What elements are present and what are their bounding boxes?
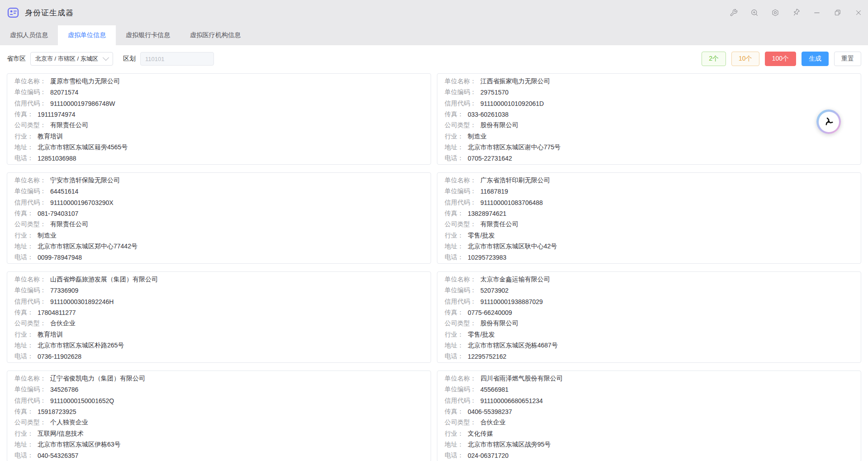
app-title: 身份证生成器 bbox=[25, 8, 74, 18]
maximize-icon[interactable] bbox=[833, 9, 842, 17]
field-row-fax: 传真：17804811277 bbox=[14, 307, 423, 318]
field-value: 77336909 bbox=[50, 287, 78, 294]
field-label: 行业： bbox=[14, 232, 33, 240]
unit-card: 单位名称：四川省雨泽燃气股份有限公司单位编码：45566981信用代码：9111… bbox=[437, 371, 861, 461]
field-row-type: 公司类型：股份有限公司 bbox=[445, 120, 854, 131]
field-value: 太京市金鑫运输有限公司 bbox=[480, 276, 550, 284]
field-label: 行业： bbox=[14, 331, 33, 339]
field-label: 信用代码： bbox=[445, 199, 476, 207]
field-label: 公司类型： bbox=[14, 319, 46, 328]
field-row-fax: 传真：0775-66240009 bbox=[445, 307, 854, 318]
field-label: 传真： bbox=[445, 408, 464, 416]
field-value: 零售/批发 bbox=[468, 331, 495, 339]
field-row-name: 单位名称：宁安市浩轩保险无限公司 bbox=[14, 175, 423, 186]
field-row-name: 单位名称：四川省雨泽燃气股份有限公司 bbox=[445, 373, 854, 384]
field-label: 信用代码： bbox=[14, 298, 46, 306]
field-row-industry: 行业：文化传媒 bbox=[445, 428, 854, 439]
field-row-phone: 电话：0705-22731642 bbox=[445, 153, 854, 164]
field-row-credit: 信用代码：911100006680651234 bbox=[445, 395, 854, 406]
field-value: 江西省振家电力无限公司 bbox=[480, 77, 550, 86]
tab-bar: 虚拟人员信息 虚拟单位信息 虚拟银行卡信息 虚拟医疗机构信息 bbox=[0, 25, 868, 45]
field-row-phone: 电话：0736-11902628 bbox=[14, 351, 423, 362]
region-label: 省市区 bbox=[7, 55, 26, 63]
card-grid: 单位名称：厦原市雪松电力无限公司单位编码：82071574信用代码：911100… bbox=[7, 73, 861, 461]
reset-button[interactable]: 重置 bbox=[834, 52, 861, 66]
field-row-name: 单位名称：山西省烨磊旅游发展（集团）有限公司 bbox=[14, 274, 423, 285]
tab-virtual-person[interactable]: 虚拟人员信息 bbox=[0, 25, 58, 45]
field-value: 厦原市雪松电力无限公司 bbox=[50, 77, 120, 86]
field-label: 行业： bbox=[445, 331, 464, 339]
unit-card: 单位名称：山西省烨磊旅游发展（集团）有限公司单位编码：77336909信用代码：… bbox=[7, 271, 431, 363]
field-row-address: 地址：北京市市辖区东城区战旁95号 bbox=[445, 439, 854, 450]
field-row-fax: 传真：081-79403107 bbox=[14, 208, 423, 219]
field-value: 山西省烨磊旅游发展（集团）有限公司 bbox=[50, 276, 158, 284]
field-row-credit: 信用代码：91110000301892246H bbox=[14, 296, 423, 307]
settings-icon[interactable] bbox=[771, 9, 779, 17]
close-icon[interactable] bbox=[854, 9, 863, 17]
field-label: 电话： bbox=[445, 253, 464, 261]
field-value: 有限责任公司 bbox=[50, 121, 88, 129]
field-value: 制造业 bbox=[468, 133, 487, 141]
field-row-type: 公司类型：个人独资企业 bbox=[14, 417, 423, 428]
generate-100-button[interactable]: 100个 bbox=[765, 52, 796, 66]
field-row-industry: 行业：零售/批发 bbox=[445, 230, 854, 241]
field-value: 教育培训 bbox=[38, 331, 63, 339]
field-value: 10295723983 bbox=[468, 254, 507, 261]
zoom-in-icon[interactable] bbox=[750, 9, 759, 17]
field-row-fax: 传真：13828974621 bbox=[445, 208, 854, 219]
unit-card: 单位名称：太京市金鑫运输有限公司单位编码：52073902信用代码：911100… bbox=[437, 271, 861, 363]
field-label: 公司类型： bbox=[445, 121, 476, 129]
generate-10-button[interactable]: 10个 bbox=[731, 52, 759, 66]
field-label: 地址： bbox=[14, 242, 33, 251]
field-label: 公司类型： bbox=[14, 121, 46, 129]
field-label: 单位名称： bbox=[445, 176, 476, 185]
field-label: 单位编码： bbox=[14, 286, 46, 295]
field-label: 电话： bbox=[14, 352, 33, 361]
field-row-phone: 电话：10295723983 bbox=[445, 252, 854, 263]
field-row-address: 地址：北京市市辖区东城区郑中心77442号 bbox=[14, 241, 423, 252]
minimize-icon[interactable] bbox=[812, 9, 821, 17]
chevron-down-icon bbox=[103, 54, 109, 61]
field-value: 17804811277 bbox=[38, 309, 76, 316]
field-row-fax: 传真：0406-55398237 bbox=[445, 406, 854, 417]
pin-icon[interactable] bbox=[792, 9, 800, 17]
utools-floating-ball[interactable] bbox=[816, 109, 841, 134]
tab-virtual-bankcard[interactable]: 虚拟银行卡信息 bbox=[116, 25, 180, 45]
field-label: 电话： bbox=[445, 451, 464, 460]
field-label: 行业： bbox=[445, 232, 464, 240]
field-label: 单位编码： bbox=[14, 187, 46, 195]
field-row-industry: 行业：制造业 bbox=[445, 131, 854, 142]
field-row-address: 地址：北京市市辖区东城区谢中心775号 bbox=[445, 142, 854, 153]
floating-ball-inner bbox=[819, 112, 839, 132]
field-label: 电话： bbox=[14, 451, 33, 460]
region-select[interactable]: 北京市 / 市辖区 / 东城区 bbox=[30, 52, 113, 66]
field-label: 行业： bbox=[445, 430, 464, 438]
field-label: 信用代码： bbox=[14, 397, 46, 405]
district-code-input[interactable] bbox=[140, 52, 214, 66]
field-row-type: 公司类型：合伙企业 bbox=[445, 417, 854, 428]
field-row-credit: 信用代码：91110000197986748W bbox=[14, 98, 423, 109]
field-label: 信用代码： bbox=[14, 100, 46, 108]
field-label: 单位名称： bbox=[445, 276, 476, 284]
field-label: 单位编码： bbox=[14, 385, 46, 394]
district-code-label: 区划 bbox=[123, 55, 136, 63]
field-row-industry: 行业：教育培训 bbox=[14, 329, 423, 340]
field-value: 911100001083706488 bbox=[480, 199, 543, 206]
generate-2-button[interactable]: 2个 bbox=[702, 52, 726, 66]
field-row-phone: 电话：040-54326357 bbox=[14, 450, 423, 461]
field-value: 91110000101092061D bbox=[480, 100, 544, 107]
field-row-industry: 行业：教育培训 bbox=[14, 131, 423, 142]
field-row-name: 单位名称：广东省浩轩印刷无限公司 bbox=[445, 175, 854, 186]
field-label: 公司类型： bbox=[14, 418, 46, 427]
tab-virtual-unit[interactable]: 虚拟单位信息 bbox=[58, 25, 116, 45]
field-label: 单位编码： bbox=[445, 88, 476, 96]
generate-button[interactable]: 生成 bbox=[802, 52, 829, 66]
field-label: 公司类型： bbox=[445, 220, 476, 228]
field-value: 911100001938887029 bbox=[480, 298, 543, 305]
field-row-phone: 电话：12295752162 bbox=[445, 351, 854, 362]
field-label: 地址： bbox=[14, 143, 33, 152]
wrench-icon[interactable] bbox=[729, 9, 738, 17]
tab-virtual-medical[interactable]: 虚拟医疗机构信息 bbox=[180, 25, 251, 45]
field-value: 91110000150001652Q bbox=[50, 397, 114, 404]
field-label: 传真： bbox=[445, 309, 464, 317]
